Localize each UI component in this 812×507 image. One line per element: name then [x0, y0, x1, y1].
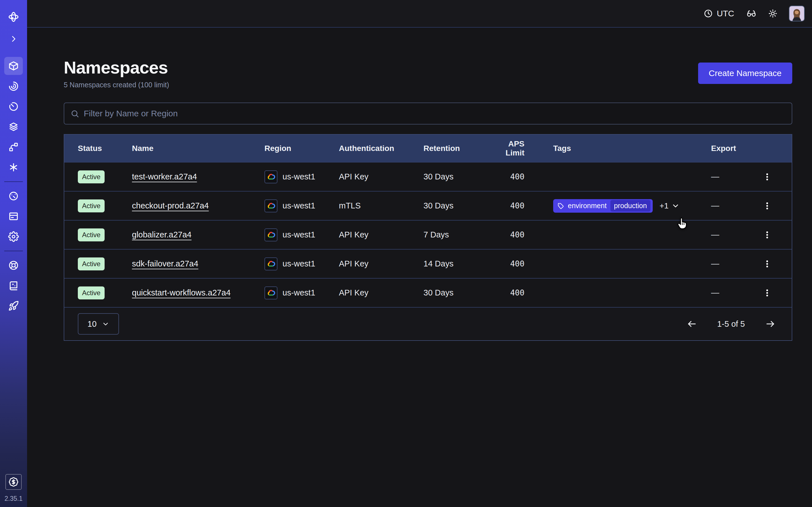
export-cell: —	[692, 201, 743, 210]
timezone-label: UTC	[717, 9, 734, 18]
row-menu-button[interactable]	[759, 227, 775, 243]
sidebar-item-docs[interactable]	[4, 277, 23, 295]
filter-input-wrapper[interactable]	[64, 103, 792, 124]
column-header: Retention	[423, 144, 489, 153]
table-row[interactable]: Active test-worker.a27a4 us-west1 API Ke…	[64, 162, 792, 191]
avatar-image	[790, 6, 804, 21]
kebab-icon	[763, 230, 772, 239]
topbar: UTC	[27, 0, 812, 27]
page-size-value: 10	[87, 320, 96, 329]
gear-icon	[8, 231, 19, 242]
temporal-logo-icon	[4, 8, 23, 26]
sidebar-item-settings[interactable]	[4, 228, 23, 245]
table-row[interactable]: Active quickstart-workflows.a27a4 us-wes…	[64, 278, 792, 307]
arrow-right-icon	[765, 319, 775, 329]
region-label: us-west1	[283, 259, 315, 269]
sidebar-item-batch[interactable]	[4, 118, 23, 136]
row-menu-button[interactable]	[759, 198, 775, 214]
kebab-icon	[763, 172, 772, 181]
timezone-button[interactable]: UTC	[699, 4, 739, 22]
row-menu-button[interactable]	[759, 285, 775, 301]
region-label: us-west1	[283, 288, 315, 297]
book-sparkles-icon	[8, 280, 19, 291]
namespaces-table: StatusNameRegionAuthenticationRetentionA…	[64, 134, 792, 341]
tag-value: production	[610, 200, 651, 212]
next-page-button[interactable]	[762, 316, 778, 332]
page-title: Namespaces	[64, 57, 169, 77]
browser-card-icon	[8, 211, 19, 222]
badge-dollar-icon	[8, 477, 18, 487]
search-icon	[70, 109, 79, 118]
region-label: us-west1	[283, 230, 315, 239]
life-buoy-icon	[8, 260, 19, 271]
namespace-link[interactable]: globalizer.a27a4	[132, 230, 192, 239]
sidebar-item-nexus[interactable]	[4, 158, 23, 176]
arrow-left-icon	[687, 319, 697, 329]
chevron-right-icon	[9, 35, 18, 43]
user-avatar[interactable]	[789, 6, 805, 21]
row-menu-button[interactable]	[759, 256, 775, 272]
sidebar-expand-button[interactable]	[4, 30, 23, 48]
column-header: Name	[132, 144, 264, 153]
retention-cell: 14 Days	[423, 259, 489, 269]
radar-icon	[8, 81, 19, 92]
sidebar-item-namespaces[interactable]	[4, 57, 23, 75]
row-menu-button[interactable]	[759, 169, 775, 185]
namespace-link[interactable]: quickstart-workflows.a27a4	[132, 288, 231, 297]
retention-cell: 30 Days	[423, 288, 489, 297]
aps-limit-cell: 400	[489, 288, 534, 297]
chevron-down-icon	[102, 320, 109, 328]
google-cloud-icon	[264, 170, 277, 183]
sidebar-item-workflows[interactable]	[4, 77, 23, 95]
tag-key: environment	[568, 202, 607, 210]
column-header: Tags	[534, 144, 692, 153]
sidebar-item-deployments[interactable]	[4, 138, 23, 156]
sidebar-item-schedules[interactable]	[4, 98, 23, 115]
page-subtitle: 5 Namespaces created (100 limit)	[64, 81, 169, 89]
status-badge: Active	[78, 258, 105, 270]
export-cell: —	[692, 172, 743, 181]
namespace-link[interactable]: sdk-failover.a27a4	[132, 259, 198, 268]
auth-cell: API Key	[339, 230, 423, 239]
reader-mode-button[interactable]	[743, 5, 760, 22]
export-cell: —	[692, 230, 743, 239]
auth-cell: API Key	[339, 288, 423, 297]
auth-cell: API Key	[339, 259, 423, 269]
rocket-icon	[8, 300, 19, 311]
page-size-select[interactable]: 10	[78, 313, 119, 335]
sidebar-item-getting-started[interactable]	[4, 297, 23, 315]
sidebar-item-usage[interactable]	[4, 187, 23, 205]
sidebar: 2.35.1	[0, 0, 27, 507]
billing-plan-button[interactable]	[5, 474, 22, 490]
namespace-link[interactable]: test-worker.a27a4	[132, 172, 197, 181]
gauge-icon	[8, 191, 19, 202]
tag-badge[interactable]: environment production	[553, 199, 653, 213]
prev-page-button[interactable]	[684, 316, 700, 332]
tag-icon	[557, 203, 564, 209]
aps-limit-cell: 400	[489, 230, 534, 239]
table-row[interactable]: Active sdk-failover.a27a4 us-west1 API K…	[64, 249, 792, 278]
table-row[interactable]: Active globalizer.a27a4 us-west1 API Key…	[64, 220, 792, 249]
layers-icon	[8, 121, 19, 132]
app-version: 2.35.1	[4, 495, 22, 503]
retention-cell: 30 Days	[423, 201, 489, 210]
chevron-down-icon	[671, 202, 680, 210]
tag-expand-button[interactable]	[671, 202, 680, 210]
sidebar-item-support[interactable]	[4, 256, 23, 274]
filter-input[interactable]	[84, 109, 785, 118]
column-header: Export	[692, 144, 743, 153]
pagination: 10 1-5 of 5	[64, 307, 792, 340]
timer-icon	[8, 101, 19, 112]
google-cloud-icon	[264, 200, 277, 212]
sidebar-item-billing[interactable]	[4, 207, 23, 225]
table-row[interactable]: Active checkout-prod.a27a4 us-west1 mTLS…	[64, 191, 792, 220]
namespace-link[interactable]: checkout-prod.a27a4	[132, 201, 209, 210]
theme-toggle-button[interactable]	[764, 5, 781, 22]
export-cell: —	[692, 288, 743, 297]
google-cloud-icon	[264, 286, 277, 299]
status-badge: Active	[78, 286, 105, 299]
google-cloud-icon	[264, 228, 277, 241]
column-header: Authentication	[339, 144, 423, 153]
tag-more-count: +1	[659, 202, 668, 210]
create-namespace-button[interactable]: Create Namespace	[698, 62, 792, 84]
